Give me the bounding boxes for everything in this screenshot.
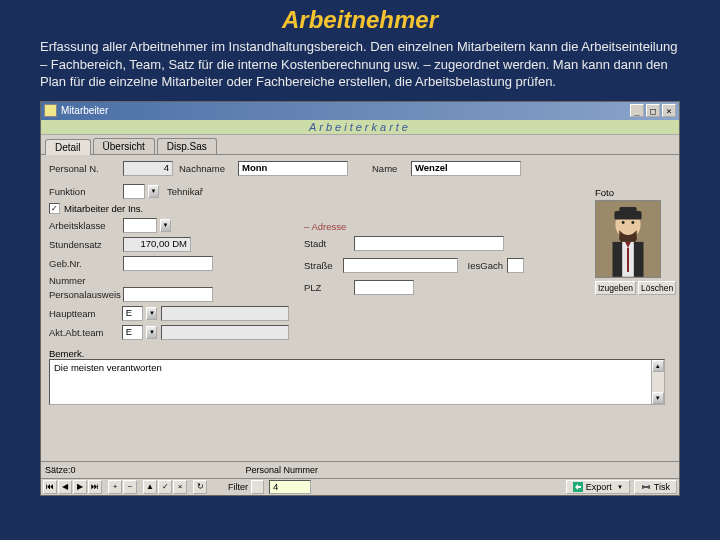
window-title: Mitarbeiter xyxy=(61,105,108,116)
scroll-down-icon[interactable]: ▼ xyxy=(652,392,664,404)
tab-uebersicht[interactable]: Übersicht xyxy=(93,138,155,154)
aktabtteam-field[interactable]: E xyxy=(122,325,144,340)
svg-point-8 xyxy=(622,221,625,224)
label-funktion: Funktion xyxy=(49,186,119,197)
label-stadt: Stadt xyxy=(304,238,350,249)
label-aktabtteam: Akt.Abt.team xyxy=(49,327,118,338)
bemerk-text: Die meisten verantworten xyxy=(54,362,162,373)
printer-icon xyxy=(641,482,651,492)
label-name: Name xyxy=(372,163,407,174)
chevron-down-icon[interactable]: ▼ xyxy=(148,185,159,198)
arbeitsklasse-field[interactable] xyxy=(123,218,157,233)
chevron-down-icon[interactable]: ▼ xyxy=(160,219,171,232)
nav-last-button[interactable]: ⏭ xyxy=(88,480,102,494)
bemerk-textarea[interactable]: Die meisten verantworten ▲ ▼ xyxy=(49,359,665,405)
label-stundensatz: Stundensatz xyxy=(49,239,119,250)
chevron-down-icon: ▼ xyxy=(617,484,623,490)
plz-field[interactable] xyxy=(354,280,414,295)
nav-bar: ⏮ ◀ ▶ ⏭ + − ▲ ✓ × ↻ Filter 4 Export ▼ xyxy=(41,478,679,495)
status-saetze-label: Sätze: xyxy=(45,465,71,475)
filter-label: Filter xyxy=(228,482,248,492)
page-title: Arbeitnehmer xyxy=(0,0,720,38)
foto-delete-button[interactable]: Löschen xyxy=(638,281,676,295)
name-field[interactable]: Wenzel xyxy=(411,161,521,176)
hauptteam-desc-field xyxy=(161,306,289,321)
filter-toggle[interactable] xyxy=(251,480,264,494)
maximize-button[interactable]: □ xyxy=(646,104,660,117)
label-strasse: Straße xyxy=(304,260,339,271)
svg-rect-7 xyxy=(627,247,629,271)
app-icon xyxy=(44,104,57,117)
chevron-down-icon[interactable]: ▼ xyxy=(146,326,157,339)
print-button[interactable]: Tisk xyxy=(634,480,677,494)
tab-dispsas[interactable]: Disp.Sas xyxy=(157,138,217,154)
tabs-bar: Detail Übersicht Disp.Sas xyxy=(41,135,679,155)
scroll-up-icon[interactable]: ▲ xyxy=(652,360,664,372)
funktion-code-field[interactable] xyxy=(123,184,145,199)
nav-record-input[interactable]: 4 xyxy=(269,480,311,494)
nachname-field[interactable]: Monn xyxy=(238,161,348,176)
status-bar: Sätze: 0 Personal Nummer xyxy=(41,461,679,478)
nav-confirm-button[interactable]: ✓ xyxy=(158,480,172,494)
svg-rect-12 xyxy=(643,483,648,486)
employee-photo xyxy=(595,200,661,278)
label-plz: PLZ xyxy=(304,282,350,293)
hauptteam-field[interactable]: E xyxy=(122,306,144,321)
personal-n-field[interactable]: 4 xyxy=(123,161,173,176)
nav-edit-button[interactable]: ▲ xyxy=(143,480,157,494)
personalausweis-field[interactable] xyxy=(123,287,213,302)
label-iesgach: IesGach xyxy=(468,260,503,271)
stadt-field[interactable] xyxy=(354,236,504,251)
titlebar: Mitarbeiter _ □ × xyxy=(41,102,679,120)
gebnr-field[interactable] xyxy=(123,256,213,271)
nav-prev-button[interactable]: ◀ xyxy=(58,480,72,494)
iesgach-field[interactable] xyxy=(507,258,524,273)
page-description: Erfassung aller Arbeitnehmer im Instandh… xyxy=(0,38,720,97)
form-area: Personal N. 4 Nachname Monn Name Wenzel … xyxy=(41,155,679,495)
tab-detail[interactable]: Detail xyxy=(45,139,91,155)
foto-add-button[interactable]: Izugeben xyxy=(595,281,636,295)
label-personalausweis: Personalausweis xyxy=(49,289,119,300)
label-tehnikar: Tehnikař xyxy=(167,186,213,197)
label-hauptteam: Hauptteam xyxy=(49,308,118,319)
label-gebnr: Geb.Nr. xyxy=(49,258,119,269)
close-button[interactable]: × xyxy=(662,104,676,117)
mitarbeiter-checkbox[interactable]: ✓ xyxy=(49,203,60,214)
svg-rect-13 xyxy=(643,488,648,491)
aktabtteam-desc-field xyxy=(161,325,289,340)
label-personal-n: Personal N. xyxy=(49,163,119,174)
textarea-scrollbar[interactable]: ▲ ▼ xyxy=(651,360,664,404)
card-title-banner: Arbeiterkarte xyxy=(41,120,679,135)
print-button-label: Tisk xyxy=(654,482,670,492)
nav-next-button[interactable]: ▶ xyxy=(73,480,87,494)
label-foto: Foto xyxy=(595,187,614,198)
nav-add-button[interactable]: + xyxy=(108,480,122,494)
section-adresse: – Adresse xyxy=(304,221,524,232)
export-icon xyxy=(573,482,583,492)
nav-remove-button[interactable]: − xyxy=(123,480,137,494)
stundensatz-field[interactable]: 170,00 DM xyxy=(123,237,191,252)
export-button-label: Export xyxy=(586,482,612,492)
label-mitarbeiter-ins: Mitarbeiter der Ins. xyxy=(64,203,143,214)
chevron-down-icon[interactable]: ▼ xyxy=(146,307,157,320)
export-button[interactable]: Export ▼ xyxy=(566,480,630,494)
svg-point-9 xyxy=(631,221,634,224)
strasse-field[interactable] xyxy=(343,258,458,273)
label-nummer: Nummer xyxy=(49,275,119,286)
label-nachname: Nachname xyxy=(179,163,234,174)
svg-rect-3 xyxy=(619,207,636,214)
app-window: Mitarbeiter _ □ × Arbeiterkarte Detail Ü… xyxy=(40,101,680,496)
label-arbeitsklasse: Arbeitsklasse xyxy=(49,220,119,231)
nav-refresh-button[interactable]: ↻ xyxy=(193,480,207,494)
minimize-button[interactable]: _ xyxy=(630,104,644,117)
status-personal-label: Personal Nummer xyxy=(246,465,319,475)
nav-first-button[interactable]: ⏮ xyxy=(43,480,57,494)
status-saetze-value: 0 xyxy=(71,465,76,475)
nav-cancel-button[interactable]: × xyxy=(173,480,187,494)
label-bemerk: Bemerk. xyxy=(49,348,671,359)
